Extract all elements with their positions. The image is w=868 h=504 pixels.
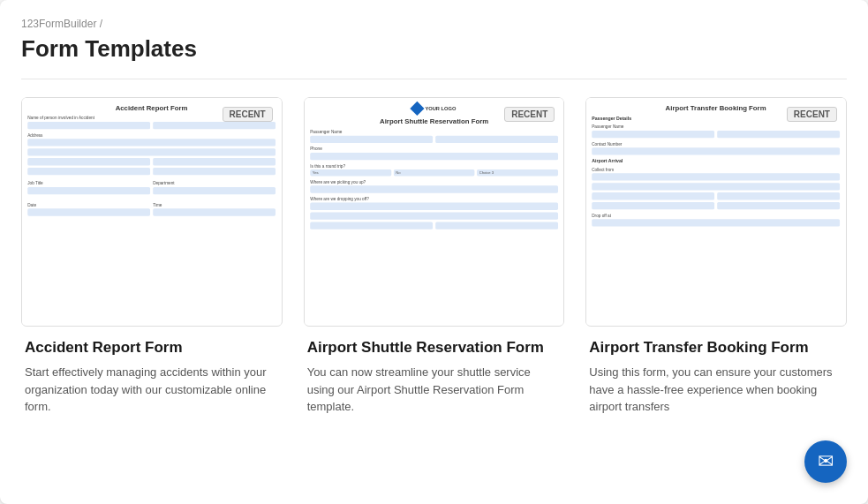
card-info-shuttle: Airport Shuttle Reservation Form You can… [304,327,565,416]
pf-shuttle-first [310,136,433,143]
pf-input-zip [27,168,150,175]
pf-label-pax-name: Passenger Name [310,130,558,134]
pf-label-address: Address [27,133,275,138]
pf-label-date: Date [27,203,150,207]
breadcrumb-link[interactable]: 123FormBuilder [21,18,96,30]
badge-shuttle: RECENT [504,107,555,122]
badge-transfer: RECENT [787,107,837,122]
pf-transfer-zip [593,202,715,209]
pf-shuttle-region [435,222,558,229]
pf-input-last [153,122,275,129]
pf-input-jobtitle [27,187,150,194]
pf-label-dropoff-at: Drop off at [593,214,841,218]
divider [21,79,847,79]
cards-grid: RECENT Accident Report Form Name of pers… [21,97,847,416]
pf-transfer-dropoff [593,219,841,226]
card-airport-shuttle[interactable]: RECENT YOUR LOGO Airport Shuttle Reserva… [304,97,565,416]
card-desc-transfer: Using this form, you can ensure your cus… [589,364,843,416]
pf-label-contact: Contact Number [593,141,841,146]
card-info-accident: Accident Report Form Start effectively m… [21,327,283,416]
pf-shuttle-dropoff2 [310,212,558,219]
pf-input-region [153,158,275,165]
card-airport-transfer[interactable]: RECENT Airport Transfer Booking Form Pas… [585,97,847,416]
pf-input-city [27,158,150,165]
pf-transfer-city [593,192,715,199]
pf-transfer-street2 [593,183,841,190]
pf-label-time: Time [153,203,275,207]
pf-label-collect: Collect from [593,168,841,172]
card-title-shuttle: Airport Shuttle Reservation Form [307,339,562,357]
pf-input-time [153,208,275,215]
card-preview-accident: RECENT Accident Report Form Name of pers… [21,97,283,327]
pf-label-jobtitle: Job Title [27,181,150,185]
pf-transfer-first [593,131,715,138]
pf-input-first [27,122,150,129]
pf-label-dept: Department [153,181,275,185]
pf-label-transfer-pax: Passenger Name [593,124,841,129]
pf-input-street2 [27,148,275,155]
page-title: Form Templates [21,35,847,63]
pf-transfer-street [593,173,841,180]
pf-radio-choice3: Choice 3 [477,169,558,176]
preview-inner-transfer: Airport Transfer Booking Form Passenger … [586,98,845,326]
page-container: 123FormBuilder / Form Templates RECENT A… [0,0,868,504]
pf-input-dept [153,187,275,194]
chat-fab-button[interactable]: ✉ [804,440,847,483]
card-title-transfer: Airport Transfer Booking Form [589,339,843,357]
pf-transfer-phone [593,147,841,154]
card-desc-accident: Start effectively managing accidents wit… [25,364,279,416]
pf-transfer-last [717,131,840,138]
pf-input-country [153,168,275,175]
pf-shuttle-last [435,136,558,143]
pf-label-pickup: Where are we picking you up? [310,180,558,184]
pf-label-phone: Phone [310,147,558,151]
pf-shuttle-dropoff [310,203,558,210]
pf-label-roundtrip: Is this a round trip? [310,163,558,168]
pf-transfer-region [717,192,840,199]
pf-shuttle-city [310,222,433,229]
chat-icon: ✉ [818,450,834,473]
pf-label-dropoff: Where are we dropping you off? [310,197,558,201]
pf-radio-no: No [393,169,474,176]
card-desc-shuttle: You can now streamline your shuttle serv… [307,364,562,416]
card-preview-transfer: RECENT Airport Transfer Booking Form Pas… [585,97,847,327]
pf-radio-yes: Yes [310,169,391,176]
breadcrumb-separator: / [100,18,102,30]
pf-transfer-country [717,202,840,209]
pf-shuttle-phone [310,153,558,160]
pf-section-arrival: Airport Arrival [593,159,841,164]
preview-inner-accident: Accident Report Form Name of person invo… [22,98,281,326]
pf-input-street [27,139,275,146]
card-preview-shuttle: RECENT YOUR LOGO Airport Shuttle Reserva… [304,97,565,327]
card-accident-report[interactable]: RECENT Accident Report Form Name of pers… [21,97,283,416]
pf-shuttle-pickup [310,185,558,192]
card-title-accident: Accident Report Form [25,339,279,357]
badge-accident: RECENT [223,107,273,122]
breadcrumb: 123FormBuilder / [21,18,847,30]
preview-inner-shuttle: YOUR LOGO Airport Shuttle Reservation Fo… [305,98,563,326]
card-info-transfer: Airport Transfer Booking Form Using this… [585,327,847,416]
pf-input-date [27,208,150,215]
